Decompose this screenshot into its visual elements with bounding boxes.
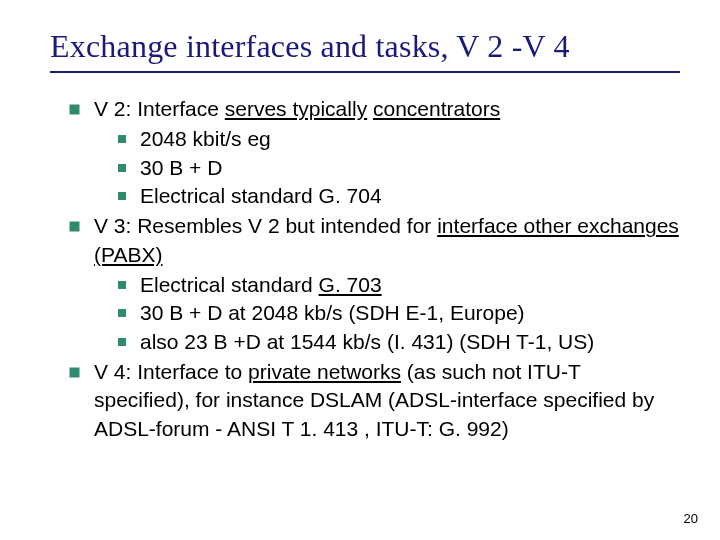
text-run: V 2: Interface	[94, 97, 225, 120]
sub-list: Electrical standard G. 70330 B + D at 20…	[94, 271, 680, 356]
list-item: Electrical standard G. 703	[118, 271, 680, 299]
text-run: also 23 B +D at 1544 kb/s (I. 431) (SDH …	[140, 330, 594, 353]
text-run: 30 B + D	[140, 156, 222, 179]
list-item: V 4: Interface to private networks (as s…	[70, 358, 680, 443]
list-item: 30 B + D	[118, 154, 680, 182]
text-run: serves typically	[225, 97, 367, 120]
bullet-list: V 2: Interface serves typically concentr…	[50, 95, 680, 443]
list-item: 30 B + D at 2048 kb/s (SDH E-1, Europe)	[118, 299, 680, 327]
text-run: private networks	[248, 360, 401, 383]
text-run: G. 703	[319, 273, 382, 296]
slide: Exchange interfaces and tasks, V 2 -V 4 …	[0, 0, 720, 540]
page-number: 20	[684, 511, 698, 526]
text-run: Electrical standard G. 704	[140, 184, 382, 207]
text-run: V 3: Resembles V 2 but intended for	[94, 214, 437, 237]
list-item: V 2: Interface serves typically concentr…	[70, 95, 680, 210]
sub-list: 2048 kbit/s eg30 B + DElectrical standar…	[94, 125, 680, 210]
title-underline	[50, 71, 680, 73]
list-item: 2048 kbit/s eg	[118, 125, 680, 153]
list-item: Electrical standard G. 704	[118, 182, 680, 210]
list-item: also 23 B +D at 1544 kb/s (I. 431) (SDH …	[118, 328, 680, 356]
text-run: V 4: Interface to	[94, 360, 248, 383]
text-run: 30 B + D at 2048 kb/s (SDH E-1, Europe)	[140, 301, 525, 324]
slide-title: Exchange interfaces and tasks, V 2 -V 4	[50, 28, 680, 65]
text-run: concentrators	[373, 97, 500, 120]
text-run: Electrical standard	[140, 273, 319, 296]
list-item: V 3: Resembles V 2 but intended for inte…	[70, 212, 680, 356]
text-run: 2048 kbit/s eg	[140, 127, 271, 150]
